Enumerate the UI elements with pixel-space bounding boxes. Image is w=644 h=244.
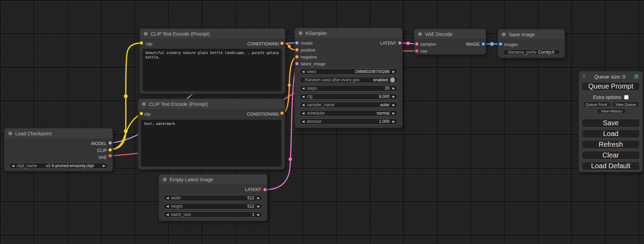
decrement-arrow-icon[interactable]: ◀ (302, 70, 305, 73)
node-header[interactable]: Empty Latent Image (159, 174, 267, 185)
filename-prefix-widget[interactable]: filename_prefix ComfyUI (503, 49, 560, 55)
increment-arrow-icon[interactable]: ▶ (257, 213, 260, 216)
collapse-dot-icon[interactable] (418, 32, 422, 36)
view-history-button[interactable]: View History (597, 108, 626, 114)
queue-panel[interactable]: ⠿ Queue size: 0 ⚙ Queue Prompt Extra opt… (579, 71, 643, 172)
load-button[interactable]: Load (582, 129, 640, 138)
output-label-latent: LATENT (380, 41, 396, 46)
input-label-latent-image: latent_image (301, 62, 326, 66)
widget-value: 512 (247, 196, 254, 200)
refresh-button[interactable]: Refresh (582, 140, 640, 149)
widget-value: ComfyUI (538, 50, 554, 55)
node-header[interactable]: VAE Decode (414, 29, 486, 39)
node-empty-latent-image[interactable]: Empty Latent Image LATENT ◀ width 512 ▶ … (159, 174, 267, 221)
queue-front-button[interactable]: Queue Front (583, 101, 610, 107)
collapse-dot-icon[interactable] (142, 102, 146, 106)
image-link-dot (490, 42, 494, 46)
extra-options-label: Extra options (593, 94, 621, 100)
collapse-dot-icon[interactable] (299, 31, 302, 35)
collapse-dot-icon[interactable] (144, 32, 148, 36)
node-title: Empty Latent Image (170, 177, 213, 182)
widget-label: ckpt_name (17, 163, 37, 168)
sampler-name-widget[interactable]: ◀ sampler_name euler ▶ (299, 102, 398, 108)
random-seed-widget[interactable]: Random seed after every gen enabled (299, 77, 398, 83)
increment-arrow-icon[interactable]: ▶ (392, 70, 395, 73)
node-clip-text-encode-negative[interactable]: CLIP Text Encode (Prompt) clip CONDITION… (138, 99, 285, 170)
input-label-images: images (504, 42, 518, 47)
slot-row: clip CONDITIONING (138, 111, 285, 118)
output-row: CLIP (5, 147, 113, 154)
node-title: KSampler (306, 30, 327, 36)
node-load-checkpoint[interactable]: Load Checkpoint MODEL CLIP VAE ◀ ckpt_na… (4, 128, 113, 171)
batch-size-widget[interactable]: ◀ batch_size 1 ▶ (164, 211, 263, 218)
widget-label: cfg (307, 94, 312, 99)
decrement-arrow-icon[interactable]: ◀ (302, 95, 305, 98)
latent-link-dot (289, 157, 292, 161)
collapse-dot-icon[interactable] (8, 132, 12, 135)
decrement-arrow-icon[interactable]: ◀ (166, 196, 169, 200)
decrement-arrow-icon[interactable]: ◀ (12, 164, 14, 168)
node-header[interactable]: KSampler (295, 28, 402, 38)
scheduler-widget[interactable]: ◀ scheduler normal ▶ (299, 110, 398, 116)
gear-icon[interactable]: ⚙ (634, 74, 639, 80)
increment-arrow-icon[interactable]: ▶ (103, 164, 105, 168)
decrement-arrow-icon[interactable]: ◀ (302, 111, 305, 115)
output-label-conditioning: CONDITIONING (247, 42, 279, 46)
ckpt-name-widget[interactable]: ◀ ckpt_name v1-5-pruned-emaonly.ckpt ▶ (9, 163, 108, 169)
decrement-arrow-icon[interactable]: ◀ (166, 205, 169, 208)
decrement-arrow-icon[interactable]: ◀ (302, 87, 305, 90)
widget-label: denoise (307, 119, 321, 124)
save-button[interactable]: Save (582, 119, 640, 127)
slot-row: model LATENT (295, 40, 402, 47)
prompt-textarea[interactable]: beautiful scenery nature glass bottle la… (143, 49, 282, 91)
widget-value: normal (377, 111, 389, 116)
denoise-widget[interactable]: ◀ denoise 1.000 ▶ (299, 118, 398, 125)
widget-label: Random seed after every gen (305, 78, 360, 82)
widget-label: steps (307, 86, 317, 91)
widget-label: width (171, 196, 181, 200)
node-header[interactable]: Save Image (498, 29, 565, 40)
node-vae-decode[interactable]: VAE Decode samples IMAGE vae (414, 29, 486, 55)
output-label-vae: VAE (98, 155, 107, 160)
increment-arrow-icon[interactable]: ▶ (392, 111, 395, 115)
prompt-textarea[interactable]: text, watermark (141, 120, 281, 166)
increment-arrow-icon[interactable]: ▶ (392, 95, 395, 98)
increment-arrow-icon[interactable]: ▶ (257, 196, 260, 200)
comfyui-canvas[interactable]: { "colors": { "model": "#ab9de0", "clip"… (0, 0, 644, 244)
output-row: MODEL (5, 140, 113, 147)
node-clip-text-encode-positive[interactable]: CLIP Text Encode (Prompt) clip CONDITION… (140, 28, 285, 94)
steps-widget[interactable]: ◀ steps 20 ▶ (299, 85, 398, 91)
node-header[interactable]: CLIP Text Encode (Prompt) (138, 99, 285, 109)
view-queue-button[interactable]: View Queue (612, 101, 640, 107)
extra-options-checkbox[interactable] (624, 95, 628, 99)
node-header[interactable]: CLIP Text Encode (Prompt) (140, 29, 285, 39)
node-save-image[interactable]: Save Image images filename_prefix ComfyU… (498, 29, 565, 58)
cfg-widget[interactable]: ◀ cfg 8.000 ▶ (299, 93, 398, 100)
seed-widget[interactable]: ◀ seed 156680208700286 ▶ (299, 69, 398, 75)
increment-arrow-icon[interactable]: ▶ (392, 87, 395, 90)
increment-arrow-icon[interactable]: ▶ (392, 103, 395, 107)
queue-prompt-button[interactable]: Queue Prompt (582, 82, 640, 91)
increment-arrow-icon[interactable]: ▶ (392, 120, 395, 123)
wire-clip-positive (110, 43, 142, 150)
node-title: CLIP Text Encode (Prompt) (149, 101, 208, 107)
input-label-positive: positive (301, 48, 315, 53)
load-default-button[interactable]: Load Default (582, 162, 640, 170)
decrement-arrow-icon[interactable]: ◀ (166, 213, 169, 216)
collapse-dot-icon[interactable] (502, 33, 506, 36)
drag-handle-icon[interactable]: ⠿ (582, 74, 586, 79)
widget-value: 8.000 (379, 94, 389, 99)
collapse-dot-icon[interactable] (163, 178, 167, 181)
width-widget[interactable]: ◀ width 512 ▶ (164, 195, 263, 201)
widget-label: seed (307, 69, 316, 74)
clear-button[interactable]: Clear (582, 151, 640, 160)
increment-arrow-icon[interactable]: ▶ (257, 205, 260, 208)
decrement-arrow-icon[interactable]: ◀ (302, 120, 305, 123)
widget-value: 1 (252, 212, 254, 217)
random-seed-toggle[interactable] (390, 78, 395, 82)
node-ksampler[interactable]: KSampler model LATENT positive negative … (294, 28, 403, 128)
widget-value: 20 (385, 86, 389, 91)
node-header[interactable]: Load Checkpoint (5, 128, 113, 139)
decrement-arrow-icon[interactable]: ◀ (302, 103, 305, 107)
height-widget[interactable]: ◀ height 512 ▶ (164, 203, 263, 209)
